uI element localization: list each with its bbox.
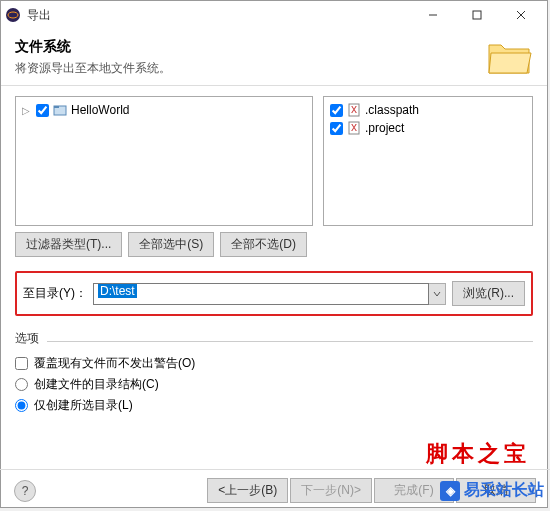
next-button[interactable]: 下一步(N)> (290, 478, 372, 503)
dropdown-arrow-icon[interactable] (428, 283, 446, 305)
svg-rect-7 (54, 106, 59, 108)
file-label: .project (365, 121, 404, 135)
folder-icon (485, 37, 533, 77)
help-button[interactable]: ? (14, 480, 36, 502)
create-structure-label: 创建文件的目录结构(C) (34, 376, 159, 393)
window-buttons (411, 1, 543, 29)
file-list[interactable]: x .classpath x .project (323, 96, 533, 226)
page-title: 文件系统 (15, 38, 485, 56)
svg-rect-3 (473, 11, 481, 19)
expand-icon[interactable]: ▷ (22, 105, 32, 116)
page-subtitle: 将资源导出至本地文件系统。 (15, 60, 485, 77)
create-selected-label: 仅创建所选目录(L) (34, 397, 133, 414)
finish-button[interactable]: 完成(F) (374, 478, 454, 503)
project-label: HelloWorld (71, 103, 129, 117)
create-structure-radio[interactable] (15, 378, 28, 391)
minimize-button[interactable] (411, 1, 455, 29)
svg-text:x: x (351, 103, 357, 116)
project-checkbox[interactable] (36, 104, 49, 117)
project-tree[interactable]: ▷ HelloWorld (15, 96, 313, 226)
dialog-header: 文件系统 将资源导出至本地文件系统。 (1, 29, 547, 86)
project-folder-icon (53, 103, 67, 117)
create-selected-radio[interactable] (15, 399, 28, 412)
option-create-dir-structure[interactable]: 创建文件的目录结构(C) (15, 374, 533, 395)
maximize-button[interactable] (455, 1, 499, 29)
select-all-button[interactable]: 全部选中(S) (128, 232, 214, 257)
destination-input[interactable]: D:\test (93, 283, 429, 305)
filter-types-button[interactable]: 过滤器类型(T)... (15, 232, 122, 257)
option-create-selected-only[interactable]: 仅创建所选目录(L) (15, 395, 533, 416)
back-button[interactable]: <上一步(B) (207, 478, 288, 503)
browse-button[interactable]: 浏览(R)... (452, 281, 525, 306)
options-legend: 选项 (15, 330, 39, 347)
content: ▷ HelloWorld x .classpath x .project (1, 86, 547, 416)
deselect-all-button[interactable]: 全部不选(D) (220, 232, 307, 257)
window-title: 导出 (27, 7, 411, 24)
file-checkbox[interactable] (330, 104, 343, 117)
destination-label: 至目录(Y)： (23, 285, 87, 302)
titlebar: 导出 (1, 1, 547, 29)
dialog-footer: ? <上一步(B) 下一步(N)> 完成(F) 取消 (0, 469, 550, 503)
selection-buttons: 过滤器类型(T)... 全部选中(S) 全部不选(D) (15, 232, 533, 257)
tree-item-helloworld[interactable]: ▷ HelloWorld (20, 101, 308, 119)
destination-row: 至目录(Y)： D:\test 浏览(R)... (15, 271, 533, 316)
close-button[interactable] (499, 1, 543, 29)
overwrite-checkbox[interactable] (15, 357, 28, 370)
export-dialog: 导出 文件系统 将资源导出至本地文件系统。 ▷ HelloWorld (0, 0, 548, 508)
header-text: 文件系统 将资源导出至本地文件系统。 (15, 38, 485, 77)
options-group: 选项 覆盖现有文件而不发出警告(O) 创建文件的目录结构(C) 仅创建所选目录(… (15, 330, 533, 416)
file-item-project[interactable]: x .project (328, 119, 528, 137)
file-item-classpath[interactable]: x .classpath (328, 101, 528, 119)
resource-panes: ▷ HelloWorld x .classpath x .project (15, 96, 533, 226)
option-overwrite[interactable]: 覆盖现有文件而不发出警告(O) (15, 353, 533, 374)
overwrite-label: 覆盖现有文件而不发出警告(O) (34, 355, 195, 372)
file-label: .classpath (365, 103, 419, 117)
file-icon: x (347, 121, 361, 135)
cancel-button[interactable]: 取消 (456, 478, 536, 503)
eclipse-icon (5, 7, 21, 23)
file-checkbox[interactable] (330, 122, 343, 135)
file-icon: x (347, 103, 361, 117)
svg-text:x: x (351, 121, 357, 134)
